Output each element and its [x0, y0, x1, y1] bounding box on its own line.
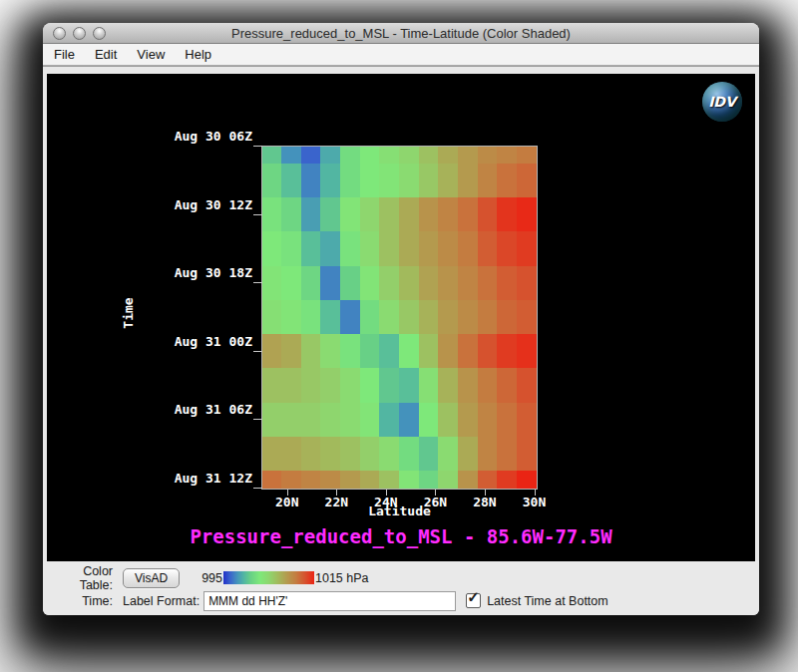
time-latitude-plot[interactable] — [261, 146, 538, 490]
xtick-label: 30N — [513, 496, 557, 509]
ytick-label: Aug 31 00Z — [163, 335, 252, 349]
window-titlebar[interactable]: Pressure_reduced_to_MSL - Time-Latitude … — [43, 23, 759, 44]
scale-max-label: 1015 hPa — [315, 571, 369, 585]
menu-edit[interactable]: Edit — [85, 44, 127, 65]
label-format-label: Label Format: — [123, 594, 200, 608]
3d-display-canvas[interactable]: IDV Time Latitude Pressure_reduced_to_MS… — [47, 74, 755, 561]
color-table-visad-button[interactable]: VisAD — [123, 568, 180, 588]
time-format-row: Time: Label Format: ✓ Latest Time at Bot… — [49, 589, 753, 612]
y-axis-title: Time — [121, 297, 136, 328]
display-content-area: IDV Time Latitude Pressure_reduced_to_MS… — [43, 66, 759, 561]
time-label: Time: — [49, 594, 113, 608]
xtick-label: 28N — [463, 496, 507, 509]
control-panel: Color Table: VisAD 995 1015 hPa Time: La… — [43, 561, 759, 615]
xtick-label: 22N — [314, 496, 358, 509]
latest-time-checkbox-label: Latest Time at Bottom — [487, 594, 608, 608]
menu-bar: File Edit View Help — [43, 44, 759, 66]
ytick-label: Aug 31 12Z — [163, 472, 252, 486]
ytick-label: Aug 30 18Z — [163, 266, 252, 280]
idv-display-window: Pressure_reduced_to_MSL - Time-Latitude … — [43, 23, 759, 615]
window-title: Pressure_reduced_to_MSL - Time-Latitude … — [43, 26, 759, 41]
tick-mark — [253, 488, 262, 489]
menu-file[interactable]: File — [44, 44, 85, 65]
ytick-label: Aug 30 06Z — [163, 130, 252, 144]
label-format-input[interactable] — [203, 591, 456, 611]
xtick-label: 24N — [364, 496, 408, 509]
latest-time-checkbox[interactable]: ✓ — [466, 593, 481, 608]
ytick-label: Aug 30 12Z — [163, 198, 252, 212]
color-table-row: Color Table: VisAD 995 1015 hPa — [49, 566, 753, 589]
menu-help[interactable]: Help — [175, 44, 221, 65]
color-scale-bar — [223, 571, 314, 584]
screenshot-background: Pressure_reduced_to_MSL - Time-Latitude … — [0, 0, 798, 672]
tick-mark — [253, 419, 262, 420]
plot-title: Pressure_reduced_to_MSL - 85.6W-77.5W — [47, 525, 755, 547]
scale-min-label: 995 — [201, 571, 222, 585]
ytick-label: Aug 31 06Z — [163, 403, 252, 417]
tick-mark — [253, 351, 262, 352]
xtick-label: 20N — [265, 496, 309, 509]
tick-mark — [253, 214, 262, 215]
tick-mark — [253, 282, 262, 283]
color-table-label: Color Table: — [49, 564, 113, 592]
xtick-label: 26N — [413, 496, 457, 509]
pressure-heatmap[interactable] — [262, 147, 537, 489]
idv-globe-logo-icon: IDV — [702, 82, 742, 122]
tick-mark — [253, 146, 262, 147]
menu-view[interactable]: View — [127, 44, 175, 65]
checkmark-icon: ✓ — [467, 588, 480, 606]
